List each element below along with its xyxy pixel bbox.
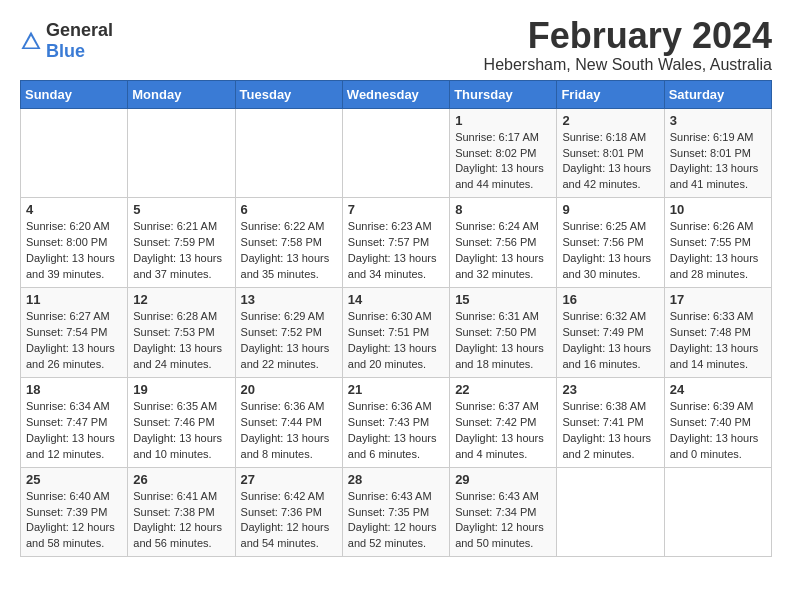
calendar-cell: 12Sunrise: 6:28 AMSunset: 7:53 PMDayligh… <box>128 288 235 378</box>
calendar-cell: 8Sunrise: 6:24 AMSunset: 7:56 PMDaylight… <box>450 198 557 288</box>
calendar-cell <box>21 108 128 198</box>
cell-content: Sunrise: 6:23 AMSunset: 7:57 PMDaylight:… <box>348 219 444 283</box>
header-day-monday: Monday <box>128 80 235 108</box>
calendar-cell: 2Sunrise: 6:18 AMSunset: 8:01 PMDaylight… <box>557 108 664 198</box>
day-number: 18 <box>26 382 122 397</box>
cell-content: Sunrise: 6:17 AMSunset: 8:02 PMDaylight:… <box>455 130 551 194</box>
day-number: 22 <box>455 382 551 397</box>
calendar-cell: 22Sunrise: 6:37 AMSunset: 7:42 PMDayligh… <box>450 377 557 467</box>
cell-content: Sunrise: 6:43 AMSunset: 7:34 PMDaylight:… <box>455 489 551 553</box>
calendar-cell: 5Sunrise: 6:21 AMSunset: 7:59 PMDaylight… <box>128 198 235 288</box>
day-number: 3 <box>670 113 766 128</box>
day-number: 7 <box>348 202 444 217</box>
calendar-cell: 19Sunrise: 6:35 AMSunset: 7:46 PMDayligh… <box>128 377 235 467</box>
calendar-cell: 18Sunrise: 6:34 AMSunset: 7:47 PMDayligh… <box>21 377 128 467</box>
day-number: 5 <box>133 202 229 217</box>
logo: General Blue <box>20 20 113 62</box>
cell-content: Sunrise: 6:35 AMSunset: 7:46 PMDaylight:… <box>133 399 229 463</box>
day-number: 1 <box>455 113 551 128</box>
cell-content: Sunrise: 6:19 AMSunset: 8:01 PMDaylight:… <box>670 130 766 194</box>
day-number: 6 <box>241 202 337 217</box>
calendar-cell: 6Sunrise: 6:22 AMSunset: 7:58 PMDaylight… <box>235 198 342 288</box>
day-number: 14 <box>348 292 444 307</box>
day-number: 25 <box>26 472 122 487</box>
cell-content: Sunrise: 6:34 AMSunset: 7:47 PMDaylight:… <box>26 399 122 463</box>
header-day-tuesday: Tuesday <box>235 80 342 108</box>
cell-content: Sunrise: 6:39 AMSunset: 7:40 PMDaylight:… <box>670 399 766 463</box>
cell-content: Sunrise: 6:29 AMSunset: 7:52 PMDaylight:… <box>241 309 337 373</box>
day-number: 17 <box>670 292 766 307</box>
cell-content: Sunrise: 6:37 AMSunset: 7:42 PMDaylight:… <box>455 399 551 463</box>
calendar-header: SundayMondayTuesdayWednesdayThursdayFrid… <box>21 80 772 108</box>
page-subtitle: Hebersham, New South Wales, Australia <box>484 56 772 74</box>
cell-content: Sunrise: 6:32 AMSunset: 7:49 PMDaylight:… <box>562 309 658 373</box>
calendar-cell: 1Sunrise: 6:17 AMSunset: 8:02 PMDaylight… <box>450 108 557 198</box>
cell-content: Sunrise: 6:31 AMSunset: 7:50 PMDaylight:… <box>455 309 551 373</box>
calendar-cell: 15Sunrise: 6:31 AMSunset: 7:50 PMDayligh… <box>450 288 557 378</box>
calendar-cell <box>664 467 771 557</box>
header-day-sunday: Sunday <box>21 80 128 108</box>
calendar-cell: 10Sunrise: 6:26 AMSunset: 7:55 PMDayligh… <box>664 198 771 288</box>
day-number: 10 <box>670 202 766 217</box>
cell-content: Sunrise: 6:42 AMSunset: 7:36 PMDaylight:… <box>241 489 337 553</box>
week-row-2: 4Sunrise: 6:20 AMSunset: 8:00 PMDaylight… <box>21 198 772 288</box>
cell-content: Sunrise: 6:38 AMSunset: 7:41 PMDaylight:… <box>562 399 658 463</box>
calendar-cell <box>235 108 342 198</box>
calendar-cell: 26Sunrise: 6:41 AMSunset: 7:38 PMDayligh… <box>128 467 235 557</box>
cell-content: Sunrise: 6:33 AMSunset: 7:48 PMDaylight:… <box>670 309 766 373</box>
logo-text-general: General <box>46 20 113 40</box>
calendar-cell: 7Sunrise: 6:23 AMSunset: 7:57 PMDaylight… <box>342 198 449 288</box>
calendar-cell: 14Sunrise: 6:30 AMSunset: 7:51 PMDayligh… <box>342 288 449 378</box>
calendar-cell: 4Sunrise: 6:20 AMSunset: 8:00 PMDaylight… <box>21 198 128 288</box>
calendar-cell <box>342 108 449 198</box>
header-day-wednesday: Wednesday <box>342 80 449 108</box>
calendar-cell: 9Sunrise: 6:25 AMSunset: 7:56 PMDaylight… <box>557 198 664 288</box>
day-number: 26 <box>133 472 229 487</box>
calendar-cell: 24Sunrise: 6:39 AMSunset: 7:40 PMDayligh… <box>664 377 771 467</box>
calendar-cell: 11Sunrise: 6:27 AMSunset: 7:54 PMDayligh… <box>21 288 128 378</box>
title-block: February 2024 Hebersham, New South Wales… <box>484 16 772 74</box>
day-number: 28 <box>348 472 444 487</box>
cell-content: Sunrise: 6:27 AMSunset: 7:54 PMDaylight:… <box>26 309 122 373</box>
day-number: 19 <box>133 382 229 397</box>
calendar-body: 1Sunrise: 6:17 AMSunset: 8:02 PMDaylight… <box>21 108 772 557</box>
cell-content: Sunrise: 6:41 AMSunset: 7:38 PMDaylight:… <box>133 489 229 553</box>
cell-content: Sunrise: 6:21 AMSunset: 7:59 PMDaylight:… <box>133 219 229 283</box>
cell-content: Sunrise: 6:36 AMSunset: 7:44 PMDaylight:… <box>241 399 337 463</box>
header-day-friday: Friday <box>557 80 664 108</box>
calendar-cell: 16Sunrise: 6:32 AMSunset: 7:49 PMDayligh… <box>557 288 664 378</box>
calendar-cell: 27Sunrise: 6:42 AMSunset: 7:36 PMDayligh… <box>235 467 342 557</box>
week-row-4: 18Sunrise: 6:34 AMSunset: 7:47 PMDayligh… <box>21 377 772 467</box>
header-row: SundayMondayTuesdayWednesdayThursdayFrid… <box>21 80 772 108</box>
cell-content: Sunrise: 6:30 AMSunset: 7:51 PMDaylight:… <box>348 309 444 373</box>
cell-content: Sunrise: 6:22 AMSunset: 7:58 PMDaylight:… <box>241 219 337 283</box>
day-number: 20 <box>241 382 337 397</box>
cell-content: Sunrise: 6:28 AMSunset: 7:53 PMDaylight:… <box>133 309 229 373</box>
cell-content: Sunrise: 6:20 AMSunset: 8:00 PMDaylight:… <box>26 219 122 283</box>
page-title: February 2024 <box>484 16 772 56</box>
week-row-3: 11Sunrise: 6:27 AMSunset: 7:54 PMDayligh… <box>21 288 772 378</box>
day-number: 8 <box>455 202 551 217</box>
day-number: 12 <box>133 292 229 307</box>
calendar-cell: 13Sunrise: 6:29 AMSunset: 7:52 PMDayligh… <box>235 288 342 378</box>
day-number: 24 <box>670 382 766 397</box>
day-number: 16 <box>562 292 658 307</box>
cell-content: Sunrise: 6:18 AMSunset: 8:01 PMDaylight:… <box>562 130 658 194</box>
day-number: 29 <box>455 472 551 487</box>
week-row-1: 1Sunrise: 6:17 AMSunset: 8:02 PMDaylight… <box>21 108 772 198</box>
cell-content: Sunrise: 6:40 AMSunset: 7:39 PMDaylight:… <box>26 489 122 553</box>
header-day-thursday: Thursday <box>450 80 557 108</box>
calendar-cell: 23Sunrise: 6:38 AMSunset: 7:41 PMDayligh… <box>557 377 664 467</box>
day-number: 2 <box>562 113 658 128</box>
cell-content: Sunrise: 6:25 AMSunset: 7:56 PMDaylight:… <box>562 219 658 283</box>
day-number: 11 <box>26 292 122 307</box>
day-number: 15 <box>455 292 551 307</box>
cell-content: Sunrise: 6:26 AMSunset: 7:55 PMDaylight:… <box>670 219 766 283</box>
logo-text-blue: Blue <box>46 41 85 61</box>
day-number: 9 <box>562 202 658 217</box>
calendar-cell: 29Sunrise: 6:43 AMSunset: 7:34 PMDayligh… <box>450 467 557 557</box>
cell-content: Sunrise: 6:36 AMSunset: 7:43 PMDaylight:… <box>348 399 444 463</box>
calendar-cell: 17Sunrise: 6:33 AMSunset: 7:48 PMDayligh… <box>664 288 771 378</box>
day-number: 27 <box>241 472 337 487</box>
day-number: 21 <box>348 382 444 397</box>
